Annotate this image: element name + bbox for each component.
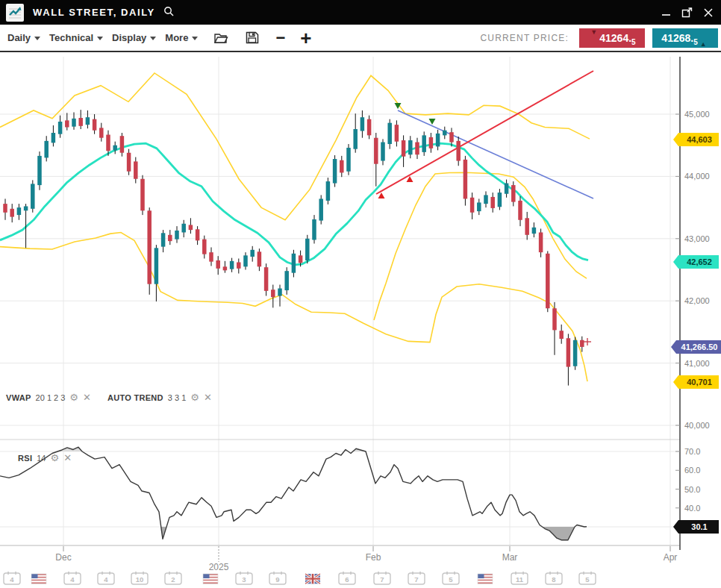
calendar-event-icon[interactable]: 5 [579, 572, 596, 584]
candle [223, 266, 228, 270]
calendar-event-icon[interactable]: 3 [236, 572, 252, 584]
calendar-event-icon[interactable]: 7 [408, 572, 425, 584]
candle [546, 254, 550, 308]
time-axis[interactable]: Dec2025FebMarApr [55, 546, 677, 572]
calendar-event-icon[interactable]: 4 [98, 572, 114, 584]
candle [134, 161, 138, 178]
current-price-label: CURRENT PRICE: [480, 33, 569, 43]
candle [498, 193, 502, 207]
svg-text:45,000: 45,000 [684, 110, 710, 119]
candle [367, 119, 372, 136]
candle [209, 252, 213, 262]
search-icon[interactable] [163, 5, 175, 20]
current-price-group: CURRENT PRICE: ▼41264.5 41268.5▲ [480, 28, 718, 48]
arrow-up-icon: ▲ [700, 40, 707, 48]
candle [271, 290, 275, 297]
zoom-out-button[interactable]: − [275, 34, 285, 42]
uk-flag-icon[interactable] [305, 574, 320, 584]
us-flag-icon[interactable] [203, 574, 218, 584]
candle [113, 146, 117, 151]
candle [436, 134, 440, 147]
candle [464, 160, 468, 199]
svg-text:Feb: Feb [366, 552, 381, 563]
zoom-in-button[interactable]: + [300, 34, 311, 42]
svg-text:4: 4 [70, 575, 75, 584]
open-folder-icon[interactable] [214, 32, 229, 44]
calendar-event-icon[interactable]: 8 [546, 572, 562, 584]
candle [319, 198, 323, 220]
sell-price-button[interactable]: ▼41264.5 [579, 28, 645, 48]
candle [573, 340, 578, 366]
minimize-button[interactable] [661, 7, 671, 17]
candle [24, 206, 28, 210]
calendar-event-icon[interactable]: 9 [269, 572, 286, 584]
candle [539, 232, 543, 252]
calendar-event-icon[interactable]: 4 [4, 572, 20, 584]
us-flag-icon[interactable] [31, 574, 46, 584]
close-button[interactable] [703, 7, 714, 18]
svg-text:5: 5 [449, 575, 453, 584]
candle [181, 224, 186, 233]
chart-toolbar: Daily Technical Display More − + CURRENT… [0, 25, 721, 52]
close-icon[interactable]: ✕ [63, 453, 72, 463]
close-icon[interactable]: ✕ [83, 392, 91, 402]
candle [477, 202, 481, 211]
candle [374, 138, 378, 164]
candle [99, 128, 104, 137]
candle [402, 140, 406, 157]
candle [175, 231, 179, 240]
vwap-params: 20 1 2 3 [36, 393, 66, 402]
svg-text:Mar: Mar [502, 552, 518, 563]
candle [189, 225, 193, 230]
rsi-pane [0, 447, 587, 539]
candlestick-series[interactable] [3, 110, 584, 385]
calendar-event-icon[interactable]: 5 [443, 572, 459, 584]
menu-display[interactable]: Display [112, 32, 156, 43]
candle [292, 254, 296, 273]
svg-text:44,603: 44,603 [687, 135, 712, 144]
gear-icon[interactable]: ⚙ [190, 392, 199, 402]
svg-text:5: 5 [585, 575, 590, 584]
calendar-event-icon[interactable]: 10 [131, 572, 148, 584]
candle [37, 156, 42, 185]
candle [305, 239, 310, 260]
candle [17, 207, 22, 215]
candle [230, 261, 234, 269]
svg-text:42,000: 42,000 [684, 296, 710, 305]
candle [387, 123, 392, 144]
events-strip[interactable]: 4441023967751185 [4, 572, 596, 584]
chevron-down-icon [150, 37, 156, 40]
menu-timeframe[interactable]: Daily [7, 32, 40, 43]
buy-price-button[interactable]: 41268.5▲ [652, 28, 718, 48]
svg-text:2: 2 [171, 575, 175, 584]
calendar-event-icon[interactable]: 6 [339, 572, 355, 584]
calendar-event-icon[interactable]: 11 [511, 572, 528, 584]
svg-text:2025: 2025 [209, 562, 229, 572]
restore-button[interactable] [681, 7, 693, 18]
us-flag-icon[interactable] [478, 574, 493, 584]
save-icon[interactable] [246, 31, 259, 44]
calendar-event-icon[interactable]: 4 [64, 572, 81, 584]
candle [353, 129, 358, 149]
candle [470, 198, 475, 213]
svg-text:3: 3 [242, 575, 246, 584]
trendline-down[interactable] [398, 110, 593, 198]
price-chart[interactable]: 45,00044,00043,00042,00041,00040,00070.0… [0, 0, 721, 588]
menu-technical[interactable]: Technical [49, 32, 103, 43]
chevron-down-icon [97, 37, 103, 40]
close-icon[interactable]: ✕ [204, 392, 212, 402]
candle [106, 135, 110, 151]
calendar-event-icon[interactable]: 7 [374, 572, 390, 584]
trendline-up[interactable] [376, 71, 593, 194]
candle [422, 135, 426, 152]
gear-icon[interactable]: ⚙ [51, 453, 60, 463]
candle [525, 218, 529, 235]
svg-text:9: 9 [275, 575, 279, 584]
svg-text:44,000: 44,000 [684, 172, 710, 181]
price-axis[interactable]: 45,00044,00043,00042,00041,00040,00070.0… [675, 57, 710, 550]
candle [93, 119, 97, 131]
gear-icon[interactable]: ⚙ [69, 392, 78, 402]
calendar-event-icon[interactable]: 2 [165, 572, 181, 584]
menu-more[interactable]: More [165, 32, 198, 43]
chevron-down-icon [192, 37, 198, 40]
